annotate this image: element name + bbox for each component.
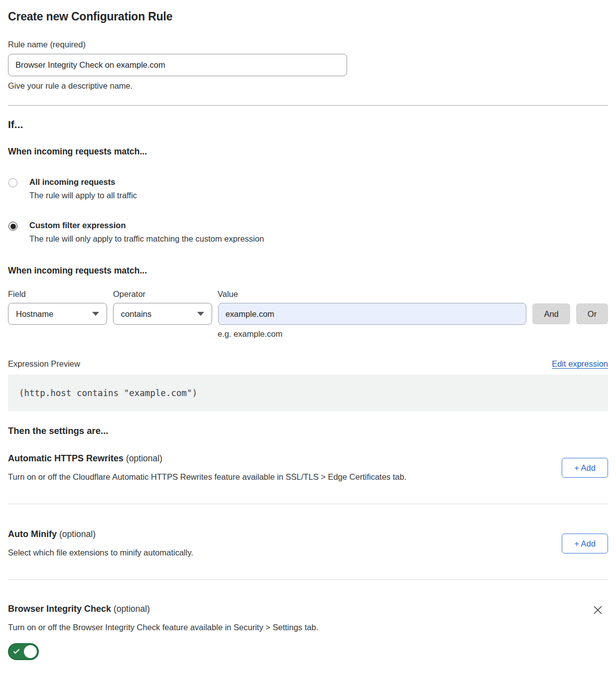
rule-name-label: Rule name (required) [8, 40, 608, 49]
expression-preview-header: Expression Preview Edit expression [8, 359, 608, 369]
chevron-down-icon [197, 312, 204, 316]
value-input[interactable] [218, 303, 526, 325]
setting-optional-text: (optional) [126, 453, 162, 463]
expression-preview-label: Expression Preview [8, 359, 80, 369]
check-icon [13, 648, 20, 654]
setting-description: Turn on or off the Browser Integrity Che… [8, 623, 318, 632]
expression-builder-labels: Field Operator Value [8, 289, 608, 299]
radio-option-custom-filter-expression[interactable]: Custom filter expression The rule will o… [8, 221, 608, 244]
radio-icon-selected[interactable] [8, 222, 17, 231]
expression-code-text: (http.host contains "example.com") [19, 388, 197, 398]
add-auto-minify-button[interactable]: + Add [562, 534, 608, 553]
chevron-down-icon [92, 312, 99, 316]
field-select-value: Hostname [16, 309, 53, 319]
setting-title-text: Automatic HTTPS Rewrites [8, 453, 123, 463]
browser-integrity-check-toggle[interactable] [8, 643, 39, 660]
setting-title-text: Auto Minify [8, 529, 57, 539]
radio-option-label: All incoming requests [29, 177, 137, 187]
or-button[interactable]: Or [576, 303, 608, 324]
radio-option-description: The rule will apply to all traffic [29, 191, 137, 200]
setting-row-auto-minify: Auto Minify (optional) Select which file… [8, 529, 608, 557]
create-configuration-rule-form: Create new Configuration Rule Rule name … [0, 0, 616, 680]
settings-heading: Then the settings are... [8, 425, 608, 436]
operator-select-value: contains [121, 309, 151, 319]
setting-row-browser-integrity-check: Browser Integrity Check (optional) Turn … [8, 604, 608, 660]
radio-icon[interactable] [8, 178, 17, 187]
operator-select[interactable]: contains [113, 303, 212, 325]
expression-builder-row: Hostname contains And Or [8, 303, 608, 325]
radio-option-label: Custom filter expression [29, 221, 264, 230]
rule-name-help: Give your rule a descriptive name. [8, 81, 608, 91]
rule-name-input[interactable] [8, 54, 347, 76]
setting-description: Turn on or off the Cloudflare Automatic … [8, 472, 406, 482]
and-button[interactable]: And [532, 303, 570, 324]
expression-preview-code: (http.host contains "example.com") [8, 375, 608, 411]
section-divider [8, 105, 608, 106]
add-automatic-https-rewrites-button[interactable]: + Add [562, 458, 608, 478]
value-label: Value [218, 289, 238, 299]
radio-option-description: The rule will only apply to traffic matc… [29, 234, 264, 244]
radio-option-all-incoming-requests[interactable]: All incoming requests The rule will appl… [8, 177, 608, 200]
field-label: Field [8, 289, 113, 299]
if-heading: If... [8, 119, 608, 131]
setting-title-text: Browser Integrity Check [8, 604, 111, 614]
match-heading: When incoming requests match... [8, 146, 608, 157]
setting-description: Select which file extensions to minify a… [8, 548, 193, 557]
setting-optional-text: (optional) [114, 604, 150, 614]
edit-expression-link[interactable]: Edit expression [552, 359, 608, 369]
setting-optional-text: (optional) [59, 529, 96, 539]
expression-builder-heading: When incoming requests match... [8, 266, 608, 276]
setting-divider [8, 579, 608, 580]
setting-title: Automatic HTTPS Rewrites (optional) [8, 453, 406, 464]
close-icon-svg [593, 605, 603, 615]
value-help: e.g. example.com [218, 329, 608, 339]
toggle-knob[interactable] [24, 645, 37, 658]
close-icon[interactable] [593, 605, 603, 617]
setting-divider [8, 504, 608, 504]
field-select[interactable]: Hostname [8, 303, 107, 325]
page-title: Create new Configuration Rule [8, 10, 608, 23]
setting-title: Auto Minify (optional) [8, 529, 193, 540]
setting-row-automatic-https-rewrites: Automatic HTTPS Rewrites (optional) Turn… [8, 453, 608, 482]
setting-title: Browser Integrity Check (optional) [8, 604, 318, 614]
operator-label: Operator [113, 289, 218, 299]
